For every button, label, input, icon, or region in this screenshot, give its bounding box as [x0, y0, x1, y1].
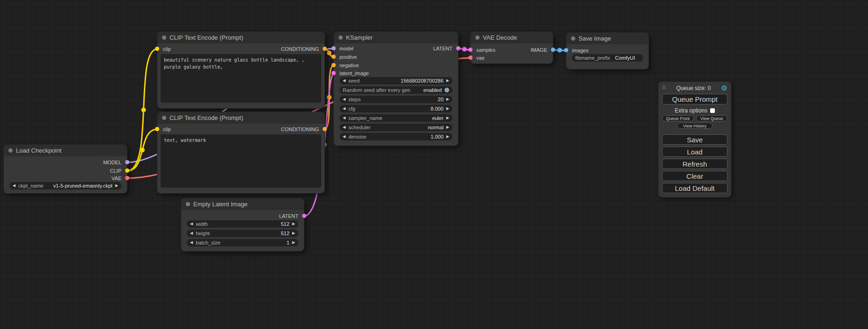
increment-arrow-icon[interactable]: ▶: [446, 133, 449, 140]
node-save-image[interactable]: Save Image images filename_prefix ComfyU…: [566, 33, 649, 69]
seed-widget[interactable]: ◀ seed 156680208700286 ▶: [339, 77, 452, 84]
increment-arrow-icon[interactable]: ▶: [115, 182, 118, 189]
vae-input-port[interactable]: [468, 56, 473, 60]
decrement-arrow-icon[interactable]: ◀: [190, 230, 193, 237]
queue-front-button[interactable]: Queue Front: [662, 115, 694, 121]
view-queue-button[interactable]: View Queue: [696, 115, 728, 121]
node-title-bar[interactable]: VAE Decode: [471, 32, 553, 43]
increment-arrow-icon[interactable]: ▶: [446, 114, 449, 122]
wire-midpoint-dot: [462, 47, 467, 52]
increment-arrow-icon[interactable]: ▶: [292, 230, 295, 237]
negative-input-port[interactable]: [332, 63, 336, 67]
node-collapse-dot[interactable]: [8, 148, 13, 153]
negative-prompt-textarea[interactable]: text, watermark: [161, 134, 321, 188]
increment-arrow-icon[interactable]: ▶: [292, 220, 295, 228]
view-history-button[interactable]: View History: [677, 123, 713, 129]
samples-input-port[interactable]: [468, 48, 473, 52]
node-collapse-dot[interactable]: [186, 202, 190, 206]
node-collapse-dot[interactable]: [571, 36, 575, 41]
steps-widget[interactable]: ◀ steps 20 ▶: [339, 96, 452, 103]
filename-prefix-widget[interactable]: filename_prefix ComfyUI: [572, 54, 643, 62]
increment-arrow-icon[interactable]: ▶: [446, 105, 449, 112]
vae-output-port[interactable]: [125, 176, 129, 180]
model-input-port[interactable]: [332, 46, 336, 50]
decrement-arrow-icon[interactable]: ◀: [343, 96, 346, 103]
decrement-arrow-icon[interactable]: ◀: [190, 220, 193, 228]
widget-value: euler: [432, 115, 443, 121]
refresh-button[interactable]: Refresh: [662, 159, 727, 169]
model-output-port[interactable]: [125, 160, 129, 164]
widget-value: 20: [438, 97, 444, 102]
decrement-arrow-icon[interactable]: ◀: [343, 133, 346, 140]
conditioning-output-port[interactable]: [323, 47, 327, 51]
height-widget[interactable]: ◀ height 512 ▶: [187, 230, 298, 237]
denoise-widget[interactable]: ◀ denoise 1.000 ▶: [339, 133, 452, 140]
widget-value: 512: [281, 231, 289, 236]
node-load-checkpoint[interactable]: Load Checkpoint MODEL CLIP VAE ◀ ckpt_na…: [4, 145, 127, 193]
toggle-dot[interactable]: [445, 88, 449, 92]
node-collapse-dot[interactable]: [339, 35, 343, 40]
image-output-port[interactable]: [551, 48, 555, 52]
decrement-arrow-icon[interactable]: ◀: [190, 239, 193, 246]
node-empty-latent-image[interactable]: Empty Latent Image LATENT ◀ width 512 ▶ …: [181, 198, 304, 251]
widget-value: normal: [428, 125, 444, 130]
images-input-port[interactable]: [564, 48, 568, 52]
node-title-bar[interactable]: Save Image: [566, 33, 649, 44]
save-button[interactable]: Save: [662, 134, 727, 145]
latent-image-input-port[interactable]: [332, 71, 336, 75]
clip-output-port[interactable]: [125, 168, 129, 173]
random-seed-toggle-widget[interactable]: Random seed after every gen enabled: [339, 86, 452, 94]
node-ksampler[interactable]: KSampler model LATENT positive negative …: [334, 32, 458, 146]
positive-prompt-textarea[interactable]: beautiful scenery nature glass bottle la…: [161, 54, 321, 103]
graph-background[interactable]: Load Checkpoint MODEL CLIP VAE ◀ ckpt_na…: [0, 0, 868, 329]
batch-size-widget[interactable]: ◀ batch_size 1 ▶: [187, 239, 298, 246]
increment-arrow-icon[interactable]: ▶: [446, 77, 449, 84]
node-title-bar[interactable]: KSampler: [334, 32, 458, 43]
node-vae-decode[interactable]: VAE Decode samples IMAGE vae: [471, 32, 553, 63]
latent-output-port[interactable]: [456, 46, 460, 50]
node-collapse-dot[interactable]: [162, 35, 166, 40]
ckpt-name-combo[interactable]: ◀ ckpt_name v1-5-pruned-emaonly.ckpt ▶: [9, 182, 121, 189]
node-title-bar[interactable]: CLIP Text Encode (Prompt): [157, 112, 325, 124]
output-row-vae: VAE: [4, 175, 127, 182]
load-default-button[interactable]: Load Default: [662, 183, 727, 193]
increment-arrow-icon[interactable]: ▶: [292, 239, 295, 246]
input-label-clip: clip: [163, 46, 171, 52]
node-collapse-dot[interactable]: [162, 116, 166, 120]
clear-button[interactable]: Clear: [662, 171, 727, 181]
drag-handle-icon[interactable]: ⠿: [662, 85, 666, 91]
decrement-arrow-icon[interactable]: ◀: [343, 114, 346, 122]
sampler-name-widget[interactable]: ◀ sampler_name euler ▶: [339, 114, 452, 122]
clip-input-port[interactable]: [155, 47, 159, 51]
node-clip-text-encode-negative[interactable]: CLIP Text Encode (Prompt) clip CONDITION…: [157, 112, 325, 193]
node-title-bar[interactable]: Empty Latent Image: [181, 198, 304, 210]
load-button[interactable]: Load: [662, 147, 727, 157]
settings-gear-icon[interactable]: ⚙: [721, 84, 727, 91]
extra-options-checkbox[interactable]: [710, 108, 715, 113]
decrement-arrow-icon[interactable]: ◀: [343, 105, 346, 112]
increment-arrow-icon[interactable]: ▶: [446, 124, 449, 131]
extra-options-label: Extra options: [675, 107, 707, 114]
decrement-arrow-icon[interactable]: ◀: [13, 182, 15, 189]
width-widget[interactable]: ◀ width 512 ▶: [187, 220, 298, 228]
conditioning-output-port[interactable]: [323, 127, 327, 131]
node-title: Save Image: [579, 35, 611, 42]
decrement-arrow-icon[interactable]: ◀: [343, 124, 346, 131]
clip-input-port[interactable]: [155, 127, 159, 131]
node-title-bar[interactable]: Load Checkpoint: [4, 145, 127, 156]
node-title-bar[interactable]: CLIP Text Encode (Prompt): [157, 32, 325, 43]
output-label-conditioning: CONDITIONING: [281, 46, 319, 52]
scheduler-widget[interactable]: ◀ scheduler normal ▶: [339, 124, 452, 131]
queue-size-label: Queue size: 0: [668, 85, 719, 91]
latent-output-port[interactable]: [302, 214, 306, 218]
wire-midpoint-dot: [327, 51, 332, 56]
node-collapse-dot[interactable]: [475, 35, 480, 40]
node-clip-text-encode-positive[interactable]: CLIP Text Encode (Prompt) clip CONDITION…: [157, 32, 325, 108]
cfg-widget[interactable]: ◀ cfg 8.000 ▶: [339, 105, 452, 112]
queue-prompt-button[interactable]: Queue Prompt: [662, 94, 727, 105]
positive-input-port[interactable]: [332, 55, 336, 59]
queue-panel-header: ⠿ Queue size: 0 ⚙: [662, 83, 727, 93]
increment-arrow-icon[interactable]: ▶: [446, 96, 449, 103]
decrement-arrow-icon[interactable]: ◀: [343, 77, 346, 84]
extra-options-row: Extra options: [662, 107, 727, 113]
